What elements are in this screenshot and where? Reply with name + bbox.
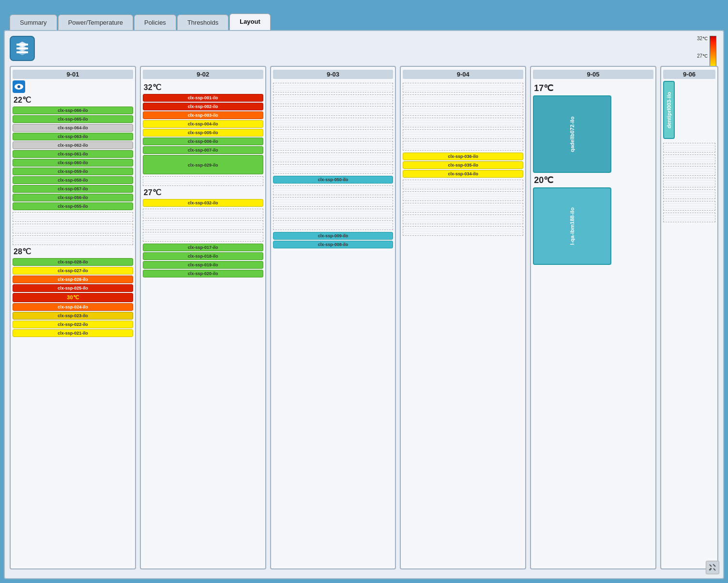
top-bar <box>10 36 718 61</box>
server-clx-ssp-006[interactable]: clx-ssp-006-ilo <box>143 138 263 145</box>
server-clx-ssp-064[interactable]: clx-ssp-064-ilo <box>13 124 133 132</box>
server-clx-ssp-032[interactable]: clx-ssp-032-ilo <box>143 199 263 207</box>
spacer-9-04-1 <box>403 83 523 92</box>
rack-9-02-header: 9-02 <box>143 70 263 79</box>
rack-9-03-header: 9-03 <box>273 70 394 79</box>
server-clx-ssp-002[interactable]: clx-ssp-002-ilo <box>143 103 263 110</box>
server-clx-ssp-003[interactable]: clx-ssp-003-ilo <box>143 111 263 119</box>
tab-bar: Summary Power/Temperature Policies Thres… <box>0 0 728 30</box>
server-dentiprl003[interactable]: dentiprl003-ilo <box>663 81 675 139</box>
spacer-9-06-5 <box>663 189 715 199</box>
spacer-9-03-12 <box>273 220 394 230</box>
server-clx-ssp-018[interactable]: clx-ssp-018-ilo <box>143 252 263 260</box>
spacer-9-03-1 <box>273 83 394 92</box>
spacer-9-01-mid2 <box>13 224 133 233</box>
rack-9-06: 9-06 dentiprl003-ilo <box>660 66 718 569</box>
spacer-9-03-4 <box>273 118 394 127</box>
server-clx-ssp-008[interactable]: clx-ssp-008-ilo <box>273 241 394 248</box>
server-clx-ssp-005[interactable]: clx-ssp-005-ilo <box>143 129 263 137</box>
spacer-9-02-2 <box>143 209 263 218</box>
server-clx-ssp-009[interactable]: clx-ssp-009-ilo <box>273 232 394 240</box>
server-clx-ssp-025[interactable]: clx-ssp-025-ilo <box>13 284 133 292</box>
server-clx-ssp-036[interactable]: clx-ssp-036-ilo <box>403 153 523 160</box>
rack-9-04-header: 9-04 <box>403 70 523 79</box>
spacer-9-06-6 <box>663 201 715 211</box>
spacer-9-01-mid <box>13 212 133 222</box>
server-clx-ssp-026[interactable]: clx-ssp-026-ilo <box>13 276 133 283</box>
tab-summary[interactable]: Summary <box>10 15 57 30</box>
server-clx-ssp-056[interactable]: clx-ssp-056-ilo <box>13 194 133 201</box>
server-clx-ssp-024[interactable]: clx-ssp-024-ilo <box>13 303 133 311</box>
rack-grid: 9-01 22℃ clx-ssp-066-ilo clx-ssp-065-ilo… <box>10 66 718 569</box>
tab-thresholds[interactable]: Thresholds <box>177 15 228 30</box>
spacer-9-04-2 <box>403 94 523 104</box>
spacer-9-06-1 <box>663 143 715 153</box>
server-clx-ssp-062[interactable]: clx-ssp-062-ilo <box>13 141 133 149</box>
rack-9-03: 9-03 clx-ssp-050-ilo clx-ssp-009-ilo clx… <box>270 66 396 569</box>
rack-9-01-temp2: 28℃ <box>14 247 132 256</box>
tab-power-temperature[interactable]: Power/Temperature <box>58 15 133 30</box>
spacer-9-06-3 <box>663 166 715 176</box>
server-clx-ssp-019[interactable]: clx-ssp-019-ilo <box>143 261 263 269</box>
tab-layout[interactable]: Layout <box>229 14 271 30</box>
server-clx-ssp-022[interactable]: clx-ssp-022-ilo <box>13 321 133 328</box>
server-clx-ssp-023[interactable]: clx-ssp-023-ilo <box>13 312 133 320</box>
server-clx-ssp-004[interactable]: clx-ssp-004-ilo <box>143 120 263 128</box>
legend-27: 27℃ <box>697 53 708 59</box>
rack-9-06-header: 9-06 <box>663 70 715 79</box>
spacer-9-03-5 <box>273 129 394 139</box>
server-clx-ssp-029[interactable]: clx-ssp-029-ilo <box>143 155 263 174</box>
server-clx-ssp-021[interactable]: clx-ssp-021-ilo <box>13 329 133 337</box>
server-clx-ssp-035[interactable]: clx-ssp-035-ilo <box>403 161 523 169</box>
server-clx-ssp-050[interactable]: clx-ssp-050-ilo <box>273 176 394 184</box>
spacer-9-03-3 <box>273 106 394 116</box>
spacer-9-02-4 <box>143 232 263 242</box>
server-clx-ssp-034[interactable]: clx-ssp-034-ilo <box>403 170 523 178</box>
spacer-9-03-8 <box>273 164 394 174</box>
server-clx-ssp-001[interactable]: clx-ssp-001-ilo <box>143 94 263 102</box>
legend-32: 32℃ <box>697 36 708 41</box>
server-clx-ssp-058[interactable]: clx-ssp-058-ilo <box>13 176 133 184</box>
server-30c-label: 30℃ <box>13 293 133 302</box>
spacer-9-03-9 <box>273 185 394 195</box>
tab-policies[interactable]: Policies <box>134 15 176 30</box>
eye-icon[interactable] <box>13 80 25 93</box>
server-clx-ssp-028[interactable]: clx-ssp-028-ilo <box>13 258 133 266</box>
spacer-9-04-6 <box>403 141 523 151</box>
spacer-9-04-7 <box>403 180 523 189</box>
rack-9-05-temp2: 20℃ <box>534 175 652 185</box>
spacer-9-03-11 <box>273 209 394 218</box>
spacer-9-04-4 <box>403 118 523 127</box>
rack-9-05-header: 9-05 <box>533 70 653 79</box>
spacer-9-04-3 <box>403 106 523 116</box>
server-clx-ssp-060[interactable]: clx-ssp-060-ilo <box>13 159 133 167</box>
server-clx-ssp-055[interactable]: clx-ssp-055-ilo <box>13 202 133 210</box>
server-clx-ssp-020[interactable]: clx-ssp-020-ilo <box>143 270 263 277</box>
spacer-9-04-10 <box>403 215 523 224</box>
server-clx-ssp-007[interactable]: clx-ssp-007-ilo <box>143 146 263 154</box>
spacer-9-03-6 <box>273 141 394 151</box>
spacer-9-06-4 <box>663 178 715 187</box>
rack-9-05: 9-05 17℃ qadellb072-ilo 20℃ l-qa-ibm188-… <box>530 66 656 569</box>
server-clx-ssp-057[interactable]: clx-ssp-057-ilo <box>13 185 133 193</box>
server-clx-ssp-065[interactable]: clx-ssp-065-ilo <box>13 115 133 123</box>
server-clx-ssp-017[interactable]: clx-ssp-017-ilo <box>143 244 263 251</box>
rack-9-01: 9-01 22℃ clx-ssp-066-ilo clx-ssp-065-ilo… <box>10 66 136 569</box>
server-qadellb072[interactable]: qadellb072-ilo <box>533 95 611 173</box>
spacer-9-02-3 <box>143 220 263 230</box>
server-clx-ssp-063[interactable]: clx-ssp-063-ilo <box>13 133 133 140</box>
spacer-9-06-7 <box>663 213 715 222</box>
main-area: 32℃ 27℃ 22℃ 17℃ 9-01 22℃ clx-ssp-066-ilo <box>4 30 724 579</box>
svg-point-7 <box>17 85 20 88</box>
rack-9-01-temp: 22℃ <box>14 95 132 105</box>
rack-9-05-temp: 17℃ <box>534 83 652 93</box>
server-clx-ssp-061[interactable]: clx-ssp-061-ilo <box>13 150 133 158</box>
spacer-9-06-2 <box>663 154 715 164</box>
server-clx-ssp-066[interactable]: clx-ssp-066-ilo <box>13 107 133 114</box>
server-clx-ssp-027[interactable]: clx-ssp-027-ilo <box>13 267 133 275</box>
rack-9-02-temp2: 27℃ <box>144 188 262 197</box>
layers-icon-button[interactable] <box>10 36 35 61</box>
server-clx-ssp-059[interactable]: clx-ssp-059-ilo <box>13 168 133 175</box>
server-l-qa-ibm188[interactable]: l-qa-ibm188-ilo <box>533 187 611 265</box>
zoom-button[interactable] <box>706 561 719 574</box>
